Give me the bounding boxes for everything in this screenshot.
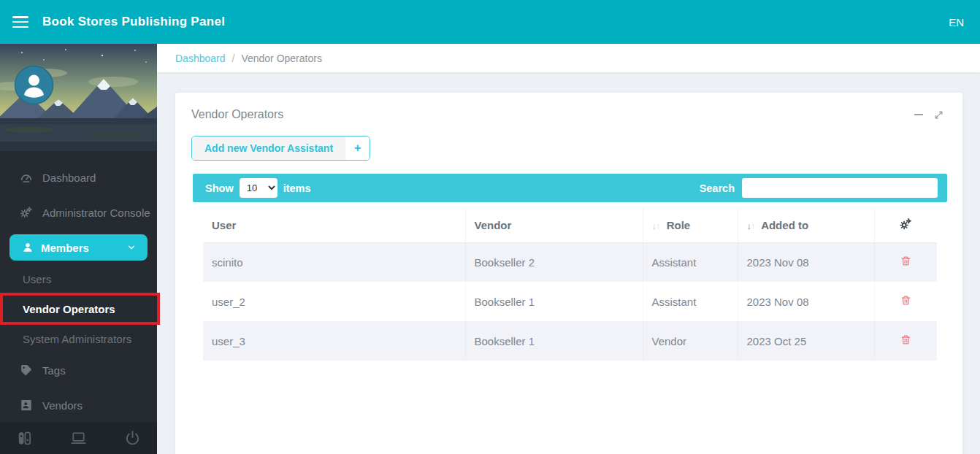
cell-actions [874, 282, 937, 321]
cell-vendor: Bookseller 1 [465, 321, 643, 361]
page-size-select[interactable]: 10 [240, 178, 277, 198]
delete-button[interactable] [900, 255, 911, 269]
sidebar-item-label: Users [23, 273, 51, 285]
table-header-row: User Vendor ↓↑ Role ↓↑ Added to [203, 208, 937, 242]
search-label: Search [700, 182, 735, 194]
cell-user: user_3 [203, 321, 465, 361]
sidebar-item-label: Members [41, 242, 89, 254]
profile-banner [0, 44, 157, 151]
plus-icon: + [345, 136, 370, 160]
breadcrumb-link-dashboard[interactable]: Dashboard [175, 53, 226, 64]
switch-controller-icon[interactable] [16, 430, 33, 447]
column-header-vendor: Vendor [465, 208, 643, 242]
column-header-settings [874, 208, 937, 242]
sidebar-item-users[interactable]: Users [0, 265, 157, 293]
cell-role: Vendor [643, 321, 738, 361]
sidebar-item-label: Vendor Operators [23, 303, 115, 315]
top-header: Book Stores Publishing Panel EN [0, 0, 980, 44]
cell-actions [874, 242, 937, 282]
sidebar-item-tags[interactable]: Tags [0, 353, 157, 388]
speedometer-icon [20, 171, 33, 184]
trash-icon [900, 334, 911, 346]
sidebar: Dashboard Administrator Console M [0, 44, 157, 454]
gears-icon[interactable] [899, 218, 912, 231]
breadcrumb-current: Vendor Operators [241, 53, 322, 64]
card-tools [914, 110, 943, 120]
column-header-role[interactable]: ↓↑ Role [643, 208, 738, 242]
sidebar-item-members-wrap: Members [0, 230, 157, 265]
card-header: Vendor Operators [175, 93, 962, 126]
cell-vendor: Bookseller 2 [465, 242, 643, 282]
user-avatar[interactable] [14, 65, 54, 105]
laptop-icon[interactable] [70, 430, 87, 447]
sidebar-footer [0, 422, 157, 454]
cell-user: user_2 [203, 282, 465, 321]
app-title: Book Stores Publishing Panel [42, 15, 225, 29]
sort-icons: ↓↑ [652, 220, 660, 231]
vendor-operators-table: User Vendor ↓↑ Role ↓↑ Added to [203, 208, 937, 361]
minimize-icon[interactable] [914, 114, 923, 115]
sidebar-item-vendor-operators[interactable]: Vendor Operators [0, 293, 160, 325]
sidebar-nav: Dashboard Administrator Console M [0, 151, 157, 423]
main-area: Dashboard / Vendor Operators Vendor Oper… [157, 44, 980, 454]
tag-icon [20, 363, 33, 377]
content-area: Vendor Operators Add new Vendor Assistan… [157, 72, 980, 454]
breadcrumb: Dashboard / Vendor Operators [157, 44, 980, 72]
sidebar-item-system-administrators[interactable]: System Administrators [0, 325, 157, 353]
cell-added: 2023 Nov 08 [738, 242, 874, 282]
add-vendor-assistant-button[interactable]: Add new Vendor Assistant + [191, 136, 370, 161]
hamburger-menu-icon[interactable] [12, 16, 28, 28]
sidebar-item-label: Tags [42, 364, 66, 377]
add-button-label: Add new Vendor Assistant [192, 136, 345, 160]
id-card-icon [20, 399, 33, 412]
items-label: items [283, 182, 311, 194]
table-row: user_3 Bookseller 1 Vendor 2023 Oct 25 [203, 321, 937, 361]
gears-icon [20, 206, 33, 219]
expand-icon[interactable] [934, 110, 943, 120]
delete-button[interactable] [900, 334, 911, 348]
table-row: scinito Bookseller 2 Assistant 2023 Nov … [203, 242, 937, 282]
column-header-added-to[interactable]: ↓↑ Added to [738, 208, 874, 242]
cell-added: 2023 Oct 25 [738, 321, 874, 361]
column-header-user: User [203, 208, 465, 242]
breadcrumb-separator: / [232, 53, 235, 64]
app-root: Book Stores Publishing Panel EN [0, 0, 980, 454]
language-switcher[interactable]: EN [949, 16, 964, 28]
sort-icons: ↓↑ [747, 220, 755, 231]
sidebar-item-label: Vendors [42, 399, 83, 412]
sidebar-item-label: System Administrators [23, 333, 131, 345]
cell-vendor: Bookseller 1 [465, 282, 643, 321]
cell-added: 2023 Nov 08 [738, 282, 874, 321]
chevron-down-icon [126, 242, 137, 253]
cell-actions [874, 321, 937, 361]
sidebar-item-label: Dashboard [42, 172, 96, 184]
cell-role: Assistant [643, 242, 738, 282]
power-icon[interactable] [124, 430, 141, 447]
page-title: Vendor Operators [191, 108, 283, 121]
show-label: Show [205, 182, 234, 194]
sidebar-item-label: Administrator Console [42, 207, 150, 219]
cell-user: scinito [203, 242, 465, 282]
table-toolbar: Show 10 items Search [193, 174, 947, 202]
vendor-operators-card: Vendor Operators Add new Vendor Assistan… [175, 93, 962, 454]
sidebar-item-administrator-console[interactable]: Administrator Console [0, 195, 157, 230]
table-row: user_2 Bookseller 1 Assistant 2023 Nov 0… [203, 282, 937, 321]
trash-icon [900, 294, 911, 307]
person-icon [22, 242, 34, 253]
table-wrapper: User Vendor ↓↑ Role ↓↑ Added to [203, 208, 937, 361]
sidebar-item-dashboard[interactable]: Dashboard [0, 160, 157, 195]
search-input[interactable] [742, 178, 938, 198]
trash-icon [900, 255, 911, 267]
sidebar-item-members[interactable]: Members [9, 234, 148, 261]
cell-role: Assistant [643, 282, 738, 321]
sidebar-item-vendors[interactable]: Vendors [0, 388, 157, 423]
delete-button[interactable] [900, 294, 911, 309]
